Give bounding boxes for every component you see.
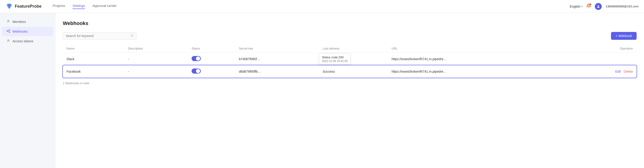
delete-link[interactable]: Delete: [624, 70, 633, 73]
tooltip-status: Status code:200: [322, 55, 348, 59]
search-box: [63, 32, 137, 40]
notification-bell[interactable]: [586, 4, 591, 9]
delivery-tooltip: Status code:200 2022-12-05 15:41:05: [319, 53, 350, 64]
row-desc: -: [124, 65, 188, 78]
svg-line-6: [8, 31, 9, 32]
sidebar-item-webhooks[interactable]: Webhooks: [2, 27, 53, 36]
col-delivery: Last delivery: [319, 44, 388, 53]
sidebar-item-access-tokens[interactable]: Access tokens: [2, 37, 53, 46]
svg-point-2: [7, 31, 8, 32]
search-icon: [130, 34, 134, 38]
webhooks-icon: [6, 29, 10, 34]
svg-point-8: [131, 35, 133, 36]
svg-point-7: [8, 40, 9, 41]
toolbar: + Webhook: [63, 32, 636, 40]
row-url: https://eows0tv4wmfh741.m.pipedre…: [388, 65, 565, 78]
logo: FeatureProbe: [6, 3, 42, 10]
edit-link[interactable]: Edit: [615, 70, 621, 73]
sidebar-item-members[interactable]: Members: [2, 17, 53, 26]
col-desc: Description: [124, 44, 188, 53]
row-secret: d6d879f90ffb…: [235, 65, 319, 78]
toggle-knob: [196, 69, 200, 73]
table-row: Facebook - d6d879f90ffb… Success https:/…: [63, 65, 636, 78]
table-row: Slack - b74067f080f… Status code:200 202…: [63, 53, 636, 65]
webhooks-table: Name Description Status Secret key Last …: [63, 44, 636, 78]
sidebar-members-label: Members: [12, 20, 26, 24]
main-content: Webhooks + Webhook Name Description Stat…: [56, 13, 644, 168]
svg-point-3: [9, 29, 10, 30]
user-icon: [596, 5, 600, 8]
logo-icon: [6, 3, 13, 10]
svg-line-5: [8, 30, 9, 31]
language-selector[interactable]: English ▾: [570, 5, 582, 8]
row-url: https://eows0tv4wmfh741.m.pipedre…: [388, 53, 565, 65]
col-name: Name: [63, 44, 124, 53]
access-tokens-icon: [6, 39, 10, 43]
toggle-knob: [196, 56, 200, 61]
col-status: Status: [188, 44, 235, 53]
page-title: Webhooks: [63, 20, 636, 26]
sidebar-webhooks-label: Webhooks: [12, 30, 28, 33]
search-input[interactable]: [66, 34, 128, 38]
svg-line-9: [133, 36, 134, 37]
row-name: Facebook: [63, 65, 124, 78]
col-operation: Operation: [565, 44, 636, 53]
logo-text: FeatureProbe: [15, 4, 42, 9]
row-delivery tooltip-cell: Status code:200 2022-12-05 15:41:05: [319, 53, 388, 65]
col-secret: Secret key: [235, 44, 319, 53]
topnav: FeatureProbe Projects Settings Approval …: [0, 0, 644, 13]
nav-right: English ▾ 13666666688@163.com: [570, 3, 638, 10]
nav-links: Projects Settings Approval center: [53, 4, 562, 9]
nav-approval[interactable]: Approval center: [92, 4, 116, 9]
toggle-facebook[interactable]: [192, 68, 201, 73]
svg-point-1: [8, 20, 9, 21]
chevron-down-icon: ▾: [581, 5, 582, 8]
layout: Members Webhooks Access tokens Webhooks: [0, 13, 644, 168]
col-url: URL: [388, 44, 565, 53]
nav-settings[interactable]: Settings: [72, 4, 85, 9]
table-footer: 2 Webhooks in total: [63, 81, 636, 85]
row-operation: [565, 53, 636, 65]
sidebar: Members Webhooks Access tokens: [0, 13, 56, 168]
avatar: [595, 3, 602, 10]
nav-projects[interactable]: Projects: [53, 4, 65, 9]
row-secret: b74067f080f…: [235, 53, 319, 65]
row-operation: Edit Delete: [565, 65, 636, 78]
svg-point-4: [9, 32, 10, 33]
row-desc: -: [124, 53, 188, 65]
delivery-status: Success: [323, 70, 335, 73]
tooltip-date: 2022-12-05 15:41:05: [322, 59, 348, 62]
row-status: [188, 53, 235, 65]
toggle-slack[interactable]: [192, 56, 201, 61]
add-webhook-button[interactable]: + Webhook: [611, 32, 636, 40]
language-label: English: [570, 5, 580, 8]
svg-point-0: [598, 5, 599, 6]
members-icon: [6, 20, 10, 24]
sidebar-access-tokens-label: Access tokens: [12, 39, 33, 43]
user-email: 13666666688@163.com: [606, 5, 638, 8]
row-delivery: Success: [319, 65, 388, 78]
row-name: Slack: [63, 53, 124, 65]
row-status: [188, 65, 235, 78]
